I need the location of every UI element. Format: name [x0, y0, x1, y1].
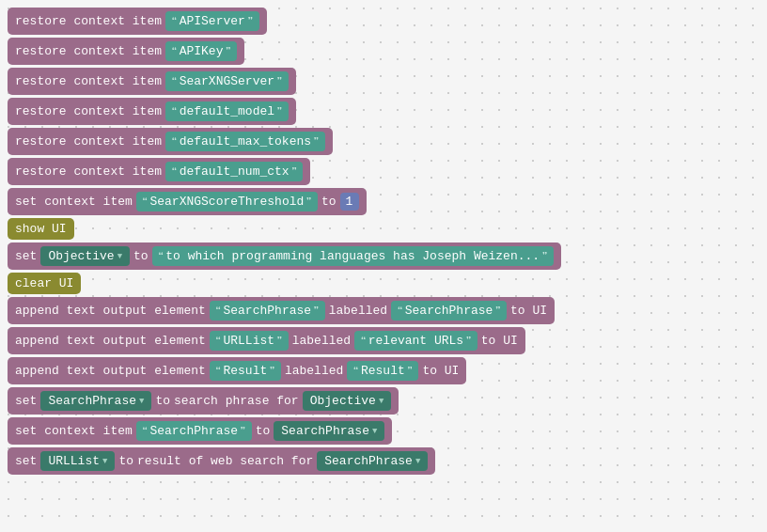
token-apiserver[interactable]: ❝ APIServer ❞ — [165, 11, 258, 31]
searchphrase-dropdown-15-text: SearchPhrase — [281, 424, 369, 438]
token-relevant-urls-12[interactable]: ❝ relevant URLs ❞ — [354, 331, 477, 351]
token-searchphrase-15-text: SearchPhrase — [149, 424, 238, 438]
restore-context-block-5[interactable]: restore context item ❝ default_max_token… — [8, 128, 333, 155]
to-label-14: to — [155, 394, 170, 408]
quote-left-5: ❝ — [171, 135, 178, 148]
token-apikey[interactable]: ❝ APIKey ❞ — [165, 41, 237, 61]
searchphrase-dropdown-14[interactable]: SearchPhrase ▼ — [40, 391, 151, 411]
block-row-3: restore context item ❝ SearXNGServer ❞ — [8, 68, 759, 95]
token-default-model-text: default_model — [180, 104, 274, 118]
token-searchphrase-label-11-text: SearchPhrase — [405, 304, 493, 318]
quote-right-11b: ❞ — [494, 305, 501, 317]
block-row-13: append text output element ❝ Result ❞ la… — [8, 357, 759, 384]
set-label-14: set — [15, 394, 37, 408]
objective-dropdown-14-text: Objective — [310, 394, 376, 408]
block-row-1: restore context item ❝ APIServer ❞ — [8, 8, 759, 35]
restore-label-2: restore context item — [15, 44, 162, 58]
block-row-16: set URLList ▼ to result of web search fo… — [8, 447, 759, 475]
quote-right-15: ❞ — [240, 425, 246, 437]
token-urllist-12-text: URLList — [223, 334, 274, 348]
token-searchphrase-label-11[interactable]: ❝ SearchPhrase ❞ — [391, 301, 507, 321]
labelled-12: labelled — [292, 334, 351, 348]
restore-context-block-4[interactable]: restore context item ❝ default_model ❞ — [8, 98, 296, 125]
token-default-max-tokens[interactable]: ❝ default_max_tokens ❞ — [165, 132, 325, 151]
quote-right-2: ❞ — [225, 45, 231, 57]
token-default-num-ctx[interactable]: ❝ default_num_ctx ❞ — [165, 162, 303, 181]
quote-right-11a: ❞ — [313, 305, 320, 317]
token-apikey-text: APIKey — [180, 44, 224, 58]
restore-context-block-6[interactable]: restore context item ❝ default_num_ctx ❞ — [8, 158, 310, 185]
token-default-max-tokens-text: default_max_tokens — [180, 134, 311, 149]
quote-right-7: ❞ — [305, 196, 312, 208]
restore-label-1: restore context item — [15, 14, 162, 28]
restore-context-block-1[interactable]: restore context item ❝ APIServer ❞ — [8, 8, 267, 35]
restore-context-block-3[interactable]: restore context item ❝ SearXNGServer ❞ — [8, 68, 296, 95]
to-ui-11: to UI — [510, 304, 547, 318]
token-searchphrase-11-text: SearchPhrase — [223, 304, 311, 318]
quote-left-7: ❝ — [142, 196, 149, 208]
clear-ui-block[interactable]: clear UI — [8, 273, 81, 294]
block-row-12: append text output element ❝ URLList ❞ l… — [8, 327, 759, 354]
quote-right-1: ❞ — [247, 15, 254, 27]
restore-label-3: restore context item — [15, 74, 162, 88]
set-context-label-7: set context item — [15, 195, 133, 209]
set-searchphrase-block[interactable]: set SearchPhrase ▼ to search phrase for … — [8, 387, 399, 415]
quote-left-3: ❝ — [171, 75, 178, 87]
to-label-9: to — [133, 249, 149, 263]
quote-left-15: ❝ — [142, 425, 149, 437]
show-ui-block[interactable]: show UI — [8, 218, 74, 240]
block-row-7: set context item ❝ SearXNGScoreThreshold… — [8, 188, 759, 215]
searchphrase-dropdown-15[interactable]: SearchPhrase ▼ — [274, 421, 384, 441]
block-row-8: show UI — [8, 218, 759, 240]
token-searxng-score-text: SearXNGScoreThreshold — [149, 195, 304, 209]
searchphrase-dropdown-14-text: SearchPhrase — [48, 394, 136, 408]
searchphrase-dropdown-15-arrow: ▼ — [372, 427, 377, 436]
append-text-block-12[interactable]: append text output element ❝ URLList ❞ l… — [8, 327, 525, 354]
labelled-13: labelled — [285, 364, 343, 378]
to-label-16: to — [118, 454, 133, 468]
token-objective-value[interactable]: ❝ to which programming languages has Jos… — [152, 246, 554, 266]
result-web-search-16: result of web search for — [137, 454, 313, 468]
append-text-label-12: append text output element — [15, 334, 206, 348]
append-text-block-11[interactable]: append text output element ❝ SearchPhras… — [8, 297, 555, 324]
quote-left-6: ❝ — [171, 165, 178, 178]
token-searxng-score[interactable]: ❝ SearXNGScoreThreshold ❞ — [136, 192, 318, 211]
token-urllist-12[interactable]: ❝ URLList ❞ — [210, 331, 289, 351]
token-default-num-ctx-text: default_num_ctx — [180, 164, 290, 179]
set-context-block-15[interactable]: set context item ❝ SearchPhrase ❞ to Sea… — [8, 417, 392, 445]
quote-right-3: ❞ — [276, 75, 283, 87]
token-searxngserver[interactable]: ❝ SearXNGServer ❞ — [165, 71, 289, 91]
token-result-13[interactable]: ❝ Result ❞ — [210, 361, 281, 381]
block-row-2: restore context item ❝ APIKey ❞ — [8, 38, 759, 65]
quote-right-4: ❞ — [276, 105, 283, 117]
to-ui-13: to UI — [422, 364, 459, 378]
set-urllist-block[interactable]: set URLList ▼ to result of web search fo… — [8, 447, 435, 475]
objective-dropdown-14[interactable]: Objective ▼ — [303, 391, 392, 411]
quote-right-9: ❞ — [541, 250, 548, 262]
block-row-6: restore context item ❝ default_num_ctx ❞ — [8, 158, 759, 185]
searchphrase-dropdown-14-arrow: ▼ — [139, 397, 144, 406]
block-row-4: restore context item ❝ default_model ❞ — [8, 98, 759, 125]
urllist-dropdown-16-arrow: ▼ — [102, 457, 107, 466]
append-text-block-13[interactable]: append text output element ❝ Result ❞ la… — [8, 357, 466, 384]
urllist-dropdown-16[interactable]: URLList ▼ — [40, 451, 115, 471]
restore-context-block-2[interactable]: restore context item ❝ APIKey ❞ — [8, 38, 244, 65]
set-context-block-7[interactable]: set context item ❝ SearXNGScoreThreshold… — [8, 188, 367, 215]
value-1[interactable]: 1 — [340, 193, 359, 211]
searchphrase-dropdown-16[interactable]: SearchPhrase ▼ — [317, 451, 428, 471]
token-objective-value-text: to which programming languages has Josep… — [165, 249, 540, 263]
quote-left-11a: ❝ — [215, 305, 222, 317]
restore-label-6: restore context item — [15, 164, 162, 179]
urllist-dropdown-16-text: URLList — [48, 454, 100, 468]
block-row-11: append text output element ❝ SearchPhras… — [8, 297, 759, 324]
token-searchphrase-11[interactable]: ❝ SearchPhrase ❞ — [210, 301, 325, 321]
token-searchphrase-15[interactable]: ❝ SearchPhrase ❞ — [136, 421, 252, 441]
quote-left-13b: ❝ — [352, 365, 359, 377]
append-text-label-11: append text output element — [15, 304, 206, 318]
objective-dropdown[interactable]: Objective ▼ — [40, 246, 130, 266]
objective-dropdown-text: Objective — [48, 249, 114, 263]
block-row-14: set SearchPhrase ▼ to search phrase for … — [8, 387, 759, 415]
set-objective-block[interactable]: set Objective ▼ to ❝ to which programmin… — [8, 243, 561, 270]
token-result-label-13[interactable]: ❝ Result ❞ — [347, 361, 418, 381]
token-default-model[interactable]: ❝ default_model ❞ — [165, 102, 289, 121]
